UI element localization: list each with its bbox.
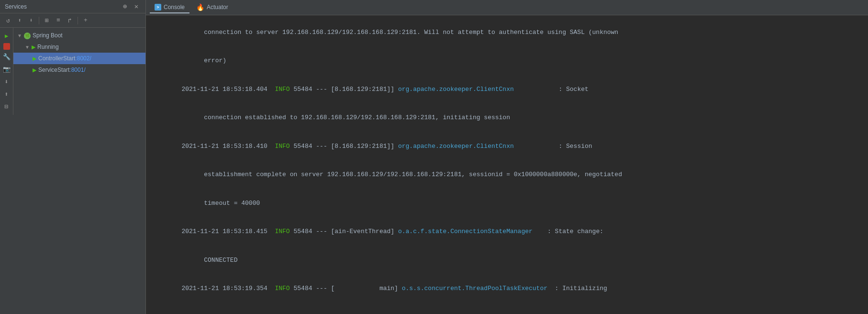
log-line-1: connection to server 192.168.168.129/192… <box>152 18 862 46</box>
download-icon[interactable]: ⬇ <box>1 77 12 87</box>
log-line-5: 2021-11-21 18:53:18.410 INFO 55484 --- [… <box>152 132 862 160</box>
toolbar-sep-1 <box>39 17 39 24</box>
titlebar-icons: ⊕ ✕ <box>121 2 141 11</box>
camera-icon[interactable]: 📷 <box>1 64 12 75</box>
import-icon[interactable]: ⬆ <box>1 89 12 100</box>
controller-run-icon: ▶ <box>33 56 36 62</box>
console-output[interactable]: connection to server 192.168.168.129/192… <box>146 15 868 314</box>
tab-console[interactable]: > Console <box>150 2 189 13</box>
run-arrow-icon: ▶ <box>32 44 35 50</box>
actuator-tab-icon: 🔥 <box>196 3 204 11</box>
tree-item-controller-start[interactable]: ▶ ControllerStart :8002/ <box>13 53 145 64</box>
services-titlebar: Services ⊕ ✕ <box>0 0 145 13</box>
globe-icon[interactable]: ⊕ <box>121 2 129 11</box>
log-line-11: ExecutorService 'applicationTaskExecutor… <box>152 303 862 314</box>
add-btn[interactable]: + <box>80 15 91 26</box>
service-start-port[interactable]: :8001/ <box>69 67 85 73</box>
tab-actuator[interactable]: 🔥 Actuator <box>191 1 233 14</box>
main-layout: Services ⊕ ✕ ↺ ⬆ ⬇ ⊞ ≡ ↱ + ▶ 🔧 📷 <box>0 0 868 314</box>
tab-console-label: Console <box>164 4 185 11</box>
filter-btn[interactable]: ≡ <box>53 15 64 26</box>
log-line-3: 2021-11-21 18:53:18.404 INFO 55484 --- [… <box>152 75 862 103</box>
sidebar-toolbar: ↺ ⬆ ⬇ ⊞ ≡ ↱ + <box>0 13 145 28</box>
controller-start-label: ControllerStart <box>38 55 75 62</box>
log-line-10: 2021-11-21 18:53:19.354 INFO 55484 --- [… <box>152 275 862 303</box>
service-run-icon: ▶ <box>33 67 36 73</box>
sidebar-section: ▶ 🔧 📷 ⬇ ⬆ ⊟ ▼ 🌿 Spring Boot <box>0 28 145 115</box>
sidebar: Services ⊕ ✕ ↺ ⬆ ⬇ ⊞ ≡ ↱ + ▶ 🔧 📷 <box>0 0 146 314</box>
run-icon[interactable]: ▶ <box>1 31 12 41</box>
controller-start-port[interactable]: :8002/ <box>75 55 91 62</box>
tree-item-service-start[interactable]: ▶ ServiceStart :8001/ <box>13 64 145 76</box>
log-line-4: connection established to 192.168.168.12… <box>152 104 862 132</box>
stop-btn[interactable] <box>3 43 10 50</box>
spring-boot-icon: 🌿 <box>24 32 31 39</box>
expand-btn[interactable]: ⬇ <box>26 15 36 26</box>
left-action-strip: ▶ 🔧 📷 ⬇ ⬆ ⊟ <box>0 28 13 115</box>
collapse-btn[interactable]: ⬆ <box>14 15 25 26</box>
service-start-label: ServiceStart <box>38 67 69 73</box>
toolbar-sep-2 <box>78 17 78 24</box>
console-tab-icon: > <box>155 4 161 11</box>
tree-item-running[interactable]: ▼ ▶ Running <box>13 41 145 53</box>
tree-item-spring-boot[interactable]: ▼ 🌿 Spring Boot <box>13 30 145 41</box>
wrench-icon[interactable]: 🔧 <box>1 52 12 62</box>
log-line-6: establishment complete on server 192.168… <box>152 161 862 189</box>
grid-icon[interactable]: ⊟ <box>1 101 12 112</box>
group-btn[interactable]: ⊞ <box>42 15 52 26</box>
settings-icon[interactable]: ✕ <box>132 2 141 11</box>
log-line-7: timeout = 40000 <box>152 189 862 217</box>
running-label: Running <box>37 44 59 50</box>
spring-boot-label: Spring Boot <box>33 32 63 39</box>
refresh-btn[interactable]: ↺ <box>3 15 13 26</box>
arrow-down-running-icon: ▼ <box>25 45 32 50</box>
arrow-down-icon: ▼ <box>17 33 24 38</box>
sidebar-tree: ▼ 🌿 Spring Boot ▼ ▶ Running <box>13 28 145 115</box>
pin-btn[interactable]: ↱ <box>65 15 75 26</box>
log-line-8: 2021-11-21 18:53:18.415 INFO 55484 --- [… <box>152 218 862 246</box>
log-line-2: error) <box>152 47 862 75</box>
tab-bar: > Console 🔥 Actuator <box>146 0 868 15</box>
content-area: > Console 🔥 Actuator connection to serve… <box>146 0 868 314</box>
tab-actuator-label: Actuator <box>207 4 228 11</box>
services-title: Services <box>5 3 27 10</box>
log-line-9: CONNECTED <box>152 246 862 274</box>
